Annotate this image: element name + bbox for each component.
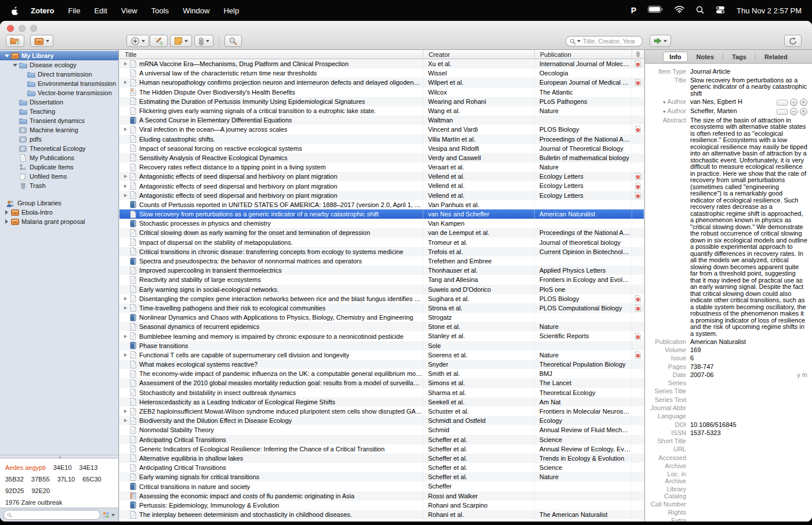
field-value-pages[interactable]: 738-747 [690,364,807,371]
field-value-issue[interactable]: 6 [690,355,807,362]
item-row[interactable]: Antagonistic effects of seed dispersal a… [119,181,644,190]
sidebar-item-machine-learning[interactable]: Machine learning [0,125,118,135]
field-value-extra[interactable] [690,517,807,522]
sidebar-item-vector-borne-transmission[interactable]: Vector-borne transmission [0,88,118,97]
item-row[interactable]: Heteroscedasticity as a Leading Indicato… [119,397,644,407]
field-value-author[interactable]: Scheffer, Marten [690,108,774,115]
new-collection-button[interactable] [6,35,24,47]
item-row[interactable]: Stochasticity and bistability in insect … [119,388,644,397]
expand-arrow-icon[interactable] [122,350,129,360]
tag-37l10[interactable]: 37L10 [57,473,75,485]
control-center-icon[interactable] [716,6,725,16]
item-row[interactable]: ZEB2 haploinsufficient Mowat-Wilson synd… [119,407,644,416]
active-app-name[interactable]: Zotero [31,6,54,15]
spotlight-icon[interactable] [696,6,704,16]
field-value-call-number[interactable] [690,501,807,508]
expand-arrow-icon[interactable] [122,294,129,303]
field-value-doi[interactable]: 10.1086/516845 [690,422,807,429]
menu-tools[interactable]: Tools [151,6,169,15]
item-row[interactable]: Recovery rates reflect distance to a tip… [119,162,644,172]
item-row[interactable]: Nonmodal Stability TheorySchmidAnnual Re… [119,425,644,435]
author-field-mode-toggle[interactable] [777,109,788,115]
menu-view[interactable]: View [121,6,137,15]
column-header-title[interactable]: Title [119,50,423,59]
disclosure-triangle-icon[interactable] [3,219,10,224]
field-value-loc-in-archive[interactable] [690,471,807,477]
item-row[interactable]: Critical slowing down as early warning f… [119,228,644,237]
sidebar-item-theoretical-ecology[interactable]: Theoretical Ecology [0,144,118,153]
field-value-series-text[interactable] [690,397,807,403]
item-row[interactable]: Antagonistic effects of seed dispersal a… [119,191,644,200]
expand-arrow-icon[interactable] [122,191,129,200]
sidebar-item-teaching[interactable]: Teaching [0,107,118,116]
item-row[interactable]: Impact of dispersal on the stability of … [119,238,644,247]
field-value-abstract[interactable]: The size of the basin of attraction in e… [690,117,807,338]
tag-92e20[interactable]: 92E20 [31,485,50,497]
item-row[interactable]: Stochastic processes in physics and chem… [119,219,644,228]
item-row[interactable]: Pertussis: Epidemiology, Immunology & Ev… [119,501,644,510]
expand-arrow-icon[interactable] [122,172,129,181]
field-value-archive[interactable] [690,463,807,469]
tag-filter-input[interactable] [14,511,97,519]
menu-file[interactable]: File [68,6,80,15]
item-row[interactable]: Phase transitionsSole [119,341,644,350]
item-row[interactable]: Spectra and pseudospectra: the behavior … [119,256,644,266]
apple-menu-icon[interactable] [10,6,19,16]
item-row[interactable]: Assessing the economic impact and costs … [119,491,644,501]
sidebar-item-dissertation[interactable]: Dissertation [0,97,118,107]
sidebar-item-disease-ecology[interactable]: Disease ecology [0,60,118,70]
expand-arrow-icon[interactable] [122,125,129,134]
sidebar-item-direct-transmission[interactable]: Direct transmission [0,70,118,79]
item-row[interactable]: Improved supercooling in transient therm… [119,266,644,275]
sync-button[interactable] [784,35,802,47]
item-row[interactable]: The interplay between determinism and st… [119,510,644,519]
sidebar-item-transient-dynamics[interactable]: Transient dynamics [0,116,118,125]
item-row[interactable]: Anticipating Critical TransitionsScheffe… [119,463,644,472]
sidebar-item-malaria-grant-proposal[interactable]: Malaria grant proposal [0,217,118,226]
tag-34e10[interactable]: 34E10 [53,462,72,473]
expand-arrow-icon[interactable] [122,407,129,416]
menu-window[interactable]: Window [183,6,209,15]
expand-arrow-icon[interactable] [122,78,129,87]
sidebar-item-my-library[interactable]: My Library [0,51,118,60]
item-row[interactable]: The Hidden Dispute Over Biodiversity's H… [119,88,644,97]
add-by-identifier-button[interactable] [150,35,168,47]
author-field-mode-toggle[interactable] [777,100,788,106]
password-manager-icon[interactable]: P [631,6,636,15]
tab-notes[interactable]: Notes [690,52,721,62]
sidebar-item-trash[interactable]: Trash [0,181,118,190]
field-value-rights[interactable] [690,509,807,516]
tag-37b55[interactable]: 37B55 [31,473,50,485]
field-value-short-title[interactable] [690,438,807,444]
item-row[interactable]: Reactivity and stability of large ecosys… [119,275,644,284]
expand-arrow-icon[interactable] [122,303,129,313]
disclosure-triangle-icon[interactable] [12,64,18,67]
tag-92d25[interactable]: 92D25 [5,485,24,497]
item-row[interactable]: Seasonal dynamics of recurrent epidemics… [119,322,644,331]
field-value-library-catalog[interactable] [690,486,807,493]
tab-info[interactable]: Info [663,52,687,62]
locate-button[interactable] [650,35,671,47]
field-value-journal-abbr[interactable] [690,405,807,411]
item-row[interactable]: Biodiversity and the Dilution Effect in … [119,416,644,425]
item-row[interactable]: Antagonistic effects of seed dispersal a… [119,172,644,181]
add-author-button[interactable]: + [800,108,807,115]
tab-related[interactable]: Related [758,52,794,62]
sidebar-item-unfiled-items[interactable]: Unfiled Items [0,172,118,181]
new-item-button[interactable] [126,35,149,47]
item-row[interactable]: Human neuropathology confirms projection… [119,78,644,87]
item-row[interactable]: Generic Indicators of Ecological Resilie… [119,444,644,454]
minimize-button[interactable] [19,25,26,32]
item-row[interactable]: Early warning signs in social-ecological… [119,285,644,294]
remove-author-button[interactable]: − [790,99,798,106]
wifi-icon[interactable] [675,6,684,15]
field-value-publication[interactable]: American Naturalist [690,339,807,346]
tag-filter-field[interactable] [3,510,100,520]
item-row[interactable]: The economy-wide impact of pandemic infl… [119,369,644,378]
field-value-issn[interactable]: 1537-5323 [690,430,807,437]
new-note-button[interactable] [170,35,192,47]
advanced-search-button[interactable] [224,35,242,47]
disclosure-triangle-icon[interactable] [3,55,10,57]
item-row[interactable]: A universal law of the characteristic re… [119,68,644,78]
field-value-date[interactable]: 2007-06 [690,372,793,379]
